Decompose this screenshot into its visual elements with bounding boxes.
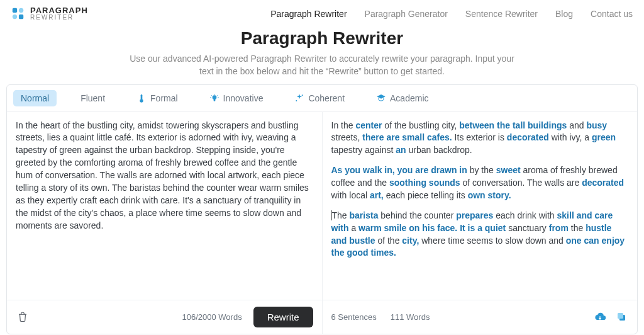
rewriter-card: NormalFluentFormalInnovativeCoherentAcad…: [6, 84, 638, 334]
nav: Paragraph RewriterParagraph GeneratorSen…: [270, 9, 633, 19]
tab-fluent[interactable]: Fluent: [73, 90, 113, 106]
svg-point-9: [296, 100, 297, 101]
header: PARAGRAPH REWRITER Paragraph RewriterPar…: [0, 0, 644, 25]
trash-icon: [17, 311, 28, 322]
thermometer-icon: [136, 93, 147, 103]
tab-label: Normal: [21, 93, 49, 103]
tab-label: Academic: [390, 93, 428, 103]
copy-button[interactable]: [614, 310, 628, 324]
input-pane[interactable]: In the heart of the bustling city, amids…: [7, 112, 323, 300]
tab-normal[interactable]: Normal: [13, 90, 57, 106]
rewrite-button[interactable]: Rewrite: [253, 307, 313, 327]
svg-rect-7: [213, 99, 215, 101]
bulb-icon: [209, 93, 219, 103]
tab-formal[interactable]: Formal: [129, 90, 186, 106]
logo-text-sub: REWRITER: [30, 14, 88, 21]
output-paragraph: The barista behind the counter prepares …: [331, 210, 629, 260]
svg-point-5: [140, 99, 143, 102]
logo-icon: [11, 7, 25, 21]
tab-innovative[interactable]: Innovative: [202, 90, 271, 106]
nav-item-contact-us[interactable]: Contact us: [591, 9, 633, 19]
tab-label: Fluent: [80, 93, 105, 103]
svg-rect-4: [141, 94, 143, 99]
logo[interactable]: PARAGRAPH REWRITER: [11, 6, 88, 21]
nav-item-sentence-rewriter[interactable]: Sentence Rewriter: [465, 9, 538, 19]
tab-label: Formal: [150, 93, 178, 103]
page-subtitle: Use our advanced AI-powered Paragraph Re…: [127, 52, 517, 78]
word-counter: 106/2000 Words: [182, 312, 242, 322]
svg-rect-2: [13, 14, 17, 18]
tab-academic[interactable]: Academic: [369, 90, 436, 106]
svg-point-6: [212, 95, 216, 99]
output-pane[interactable]: In the center of the bustling city, betw…: [323, 112, 638, 300]
sparkle-icon: [294, 93, 304, 103]
hero: Paragraph Rewriter Use our advanced AI-p…: [0, 28, 644, 78]
download-button[interactable]: [593, 310, 607, 324]
output-word-count: 111 Words: [391, 312, 430, 322]
clear-button[interactable]: [16, 310, 30, 324]
copy-icon: [616, 311, 627, 322]
download-icon: [594, 310, 606, 323]
graduation-icon: [376, 93, 386, 103]
output-paragraph: In the center of the bustling city, betw…: [331, 120, 629, 157]
nav-item-blog[interactable]: Blog: [555, 9, 573, 19]
svg-rect-1: [19, 8, 23, 12]
sentence-count: 6 Sentences: [331, 312, 377, 322]
panes: In the heart of the bustling city, amids…: [7, 112, 637, 300]
page-title: Paragraph Rewriter: [0, 28, 644, 48]
tab-coherent[interactable]: Coherent: [287, 90, 352, 106]
svg-rect-3: [19, 14, 23, 18]
svg-rect-0: [13, 8, 17, 12]
svg-point-8: [302, 94, 303, 96]
card-footer: 106/2000 Words Rewrite 6 Sentences 111 W…: [7, 300, 637, 334]
tab-label: Innovative: [223, 93, 264, 103]
nav-item-paragraph-generator[interactable]: Paragraph Generator: [365, 9, 448, 19]
output-paragraph: As you walk in, you are drawn in by the …: [331, 164, 629, 202]
svg-rect-11: [618, 313, 623, 319]
mode-tabs: NormalFluentFormalInnovativeCoherentAcad…: [7, 85, 637, 112]
tab-label: Coherent: [308, 93, 345, 103]
nav-item-paragraph-rewriter[interactable]: Paragraph Rewriter: [270, 9, 347, 19]
